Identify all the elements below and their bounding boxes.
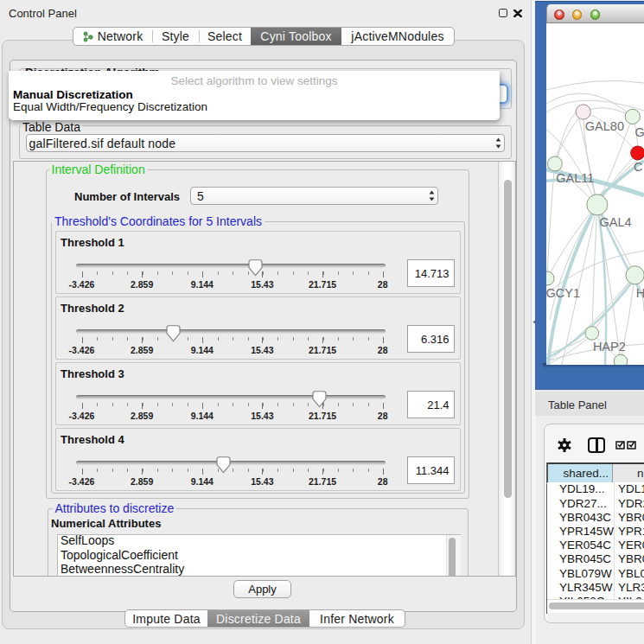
svg-text:H: H — [636, 286, 644, 300]
svg-text:HAP2: HAP2 — [593, 340, 626, 354]
svg-text:GAL4: GAL4 — [600, 215, 632, 229]
svg-text:GCY1: GCY1 — [546, 286, 580, 300]
svg-text:GAL80: GAL80 — [585, 119, 624, 133]
svg-text:GAL11: GAL11 — [556, 171, 594, 185]
svg-text:GA: GA — [635, 125, 644, 139]
svg-text:C: C — [634, 160, 642, 174]
